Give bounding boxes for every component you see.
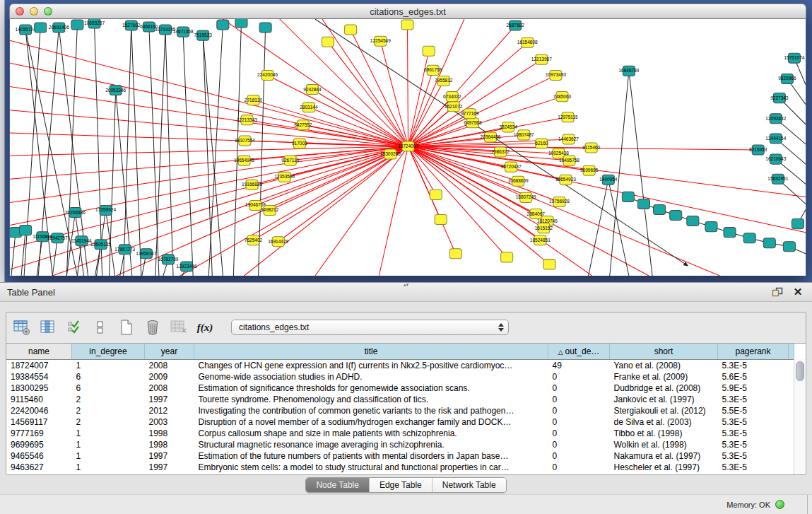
function-builder-icon[interactable]: f(x)	[195, 317, 215, 337]
graph-node[interactable]: 2803144	[300, 103, 318, 112]
graph-node[interactable]: 20053346	[105, 86, 126, 95]
graph-node[interactable]: 12923446	[177, 262, 197, 271]
graph-node[interactable]: 13505135	[90, 240, 111, 250]
tab-node-table[interactable]: Node Table	[306, 478, 370, 492]
graph-node[interactable]	[423, 46, 435, 56]
graph-node[interactable]: 16782759	[158, 255, 179, 264]
vertical-scrollbar[interactable]	[794, 359, 805, 474]
window-titlebar[interactable]: citations_edges.txt	[9, 4, 806, 19]
table-row[interactable]: 1872400712008Changes of HCN gene express…	[6, 360, 794, 372]
graph-node[interactable]: 15751074	[784, 53, 804, 63]
graph-node[interactable]	[345, 25, 357, 35]
graph-node[interactable]: 10807487	[514, 130, 534, 140]
graph-node[interactable]: 9498212	[261, 205, 279, 215]
graph-node[interactable]	[322, 37, 334, 47]
table-options-icon[interactable]	[12, 317, 32, 337]
graph-node[interactable]: 12942757	[47, 233, 68, 243]
graph-node[interactable]: 9777169	[461, 109, 479, 119]
row-checks-icon[interactable]	[64, 317, 84, 337]
graph-node[interactable]: 10653287	[84, 19, 105, 28]
graph-node[interactable]: 14463627	[558, 134, 579, 144]
graph-node[interactable]: 15692951	[767, 174, 788, 184]
table-row[interactable]: 946362711997Embryonic stem cells: a mode…	[6, 462, 794, 473]
graph-node[interactable]: 16914479	[268, 237, 288, 247]
graph-node[interactable]: 12975115	[558, 112, 578, 122]
graph-node[interactable]: 1621072	[445, 102, 463, 112]
graph-node[interactable]: 17957273	[114, 245, 135, 255]
tab-network-table[interactable]: Network Table	[433, 478, 506, 492]
panel-splitter-handle[interactable]: ▴▾	[400, 282, 413, 286]
graph-node[interactable]	[259, 23, 271, 33]
graph-node[interactable]: 9267110	[281, 156, 299, 165]
graph-node[interactable]	[35, 23, 47, 33]
graph-node[interactable]: 16154808	[517, 37, 538, 47]
column-header-name[interactable]: name	[6, 344, 72, 360]
graph-node[interactable]: 7485063	[553, 92, 572, 102]
graph-node[interactable]	[622, 192, 634, 201]
graph-node[interactable]: 9699695	[580, 165, 599, 175]
graph-node[interactable]: 14055724	[16, 25, 36, 35]
graph-node[interactable]: 9115460	[582, 143, 600, 153]
graph-node[interactable]	[430, 189, 442, 199]
new-document-icon[interactable]	[117, 317, 136, 337]
graph-node[interactable]: 19654923	[555, 175, 576, 185]
graph-node[interactable]	[20, 226, 32, 235]
graph-node[interactable]	[705, 222, 717, 232]
graph-node[interactable]: 62160	[535, 139, 548, 148]
column-header-out_de[interactable]: △out_de…	[548, 344, 610, 360]
graph-node[interactable]: 7515523	[194, 30, 213, 40]
graph-node[interactable]: 917003	[292, 139, 307, 148]
graph-node[interactable]: 8215953	[749, 145, 767, 155]
graph-node[interactable]: 6734022	[443, 92, 461, 102]
tab-edge-table[interactable]: Edge Table	[370, 478, 433, 492]
graph-node[interactable]: 6961758	[424, 65, 442, 75]
graph-node[interactable]: 7955812	[435, 76, 453, 86]
table-row[interactable]: 1456911722003Disruption of a novel membe…	[6, 416, 794, 428]
graph-node[interactable]: 10688609	[508, 176, 529, 186]
table-select-dropdown[interactable]: citations_edges.txt	[231, 320, 509, 335]
graph-node[interactable]: 12254549	[370, 36, 391, 46]
table-row[interactable]: 911546021997Tourette syndrome. Phenomeno…	[6, 394, 794, 405]
graph-node[interactable]: 17359924	[95, 205, 116, 215]
network-canvas[interactable]: 1872400718300295224200469242844271812028…	[10, 19, 806, 276]
graph-node[interactable]	[71, 20, 83, 30]
graph-node[interactable]: 8427552	[294, 120, 312, 130]
trash-icon[interactable]	[143, 317, 163, 337]
graph-node[interactable]: 3824534	[499, 122, 517, 132]
column-header-short[interactable]: short	[610, 344, 718, 360]
graph-node[interactable]: 12353594	[274, 172, 295, 182]
graph-node[interactable]: 12444154	[765, 134, 786, 144]
table-header[interactable]: namein_degreeyeartitle△out_de…shortpager…	[6, 344, 794, 360]
citation-network-graph[interactable]: 1872400718300295224200469242844271812028…	[10, 19, 806, 276]
graph-node[interactable]: 2687682	[506, 21, 524, 30]
graph-node[interactable]: 1527602	[122, 21, 141, 30]
graph-node[interactable]: 16648784	[618, 66, 639, 76]
graph-node[interactable]	[449, 249, 461, 259]
graph-node[interactable]	[637, 199, 649, 209]
table-row[interactable]: 977716911998Corpus callosum shape and si…	[6, 428, 794, 439]
graph-node[interactable]: 6497568	[464, 118, 482, 128]
graph-node[interactable]	[743, 233, 755, 243]
graph-node[interactable]: 20206586	[65, 207, 86, 217]
graph-node[interactable]	[783, 242, 795, 252]
graph-node[interactable]: 12093832	[765, 114, 786, 124]
graph-node[interactable]	[217, 20, 229, 30]
graph-node[interactable]	[792, 219, 804, 229]
graph-node[interactable]: 7625402	[245, 235, 263, 245]
graph-node[interactable]: 19756928	[549, 197, 570, 206]
graph-node[interactable]: 1440954	[599, 175, 618, 185]
show-columns-icon[interactable]	[38, 317, 58, 337]
graph-node[interactable]: 7986372	[491, 147, 510, 157]
column-header-in_degree[interactable]: in_degree	[72, 344, 145, 360]
graph-node[interactable]: 11451944	[71, 236, 92, 246]
graph-node[interactable]: 9227343	[770, 93, 789, 103]
graph-node[interactable]: 2718120	[245, 95, 263, 105]
graph-node[interactable]	[763, 238, 775, 248]
graph-node[interactable]: 16210643	[765, 154, 786, 164]
column-header-title[interactable]: title	[194, 344, 548, 360]
graph-node[interactable]: 18524851	[530, 235, 551, 245]
graph-node[interactable]: 20364486	[481, 132, 501, 142]
rows-icon[interactable]	[90, 317, 110, 337]
graph-node[interactable]	[401, 20, 413, 30]
table-row[interactable]: 969969511998Structural magnetic resonanc…	[6, 439, 794, 450]
